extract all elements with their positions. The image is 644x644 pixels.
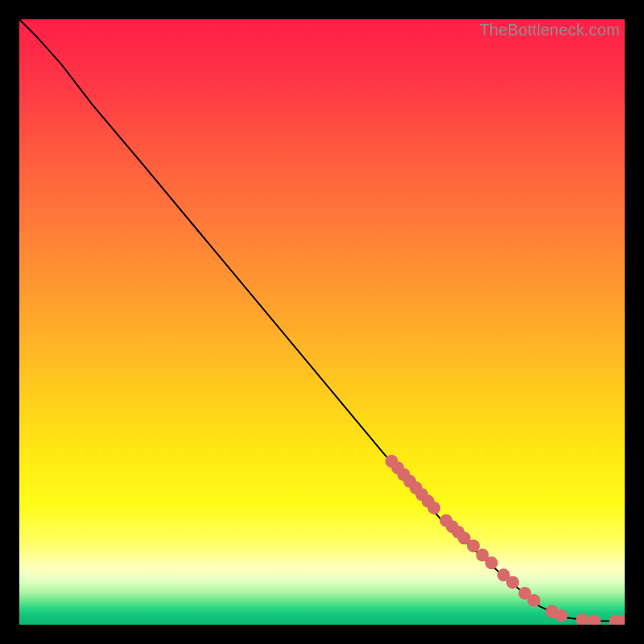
- data-marker: [485, 556, 498, 569]
- chart-frame: TheBottleneck.com: [19, 19, 625, 625]
- data-marker: [467, 539, 480, 552]
- chart-svg: [19, 19, 625, 625]
- data-marker: [555, 609, 568, 622]
- data-marker: [527, 594, 540, 607]
- data-marker: [506, 576, 519, 588]
- gradient-background: [19, 19, 625, 625]
- watermark-text: TheBottleneck.com: [479, 21, 620, 39]
- data-marker: [427, 502, 440, 514]
